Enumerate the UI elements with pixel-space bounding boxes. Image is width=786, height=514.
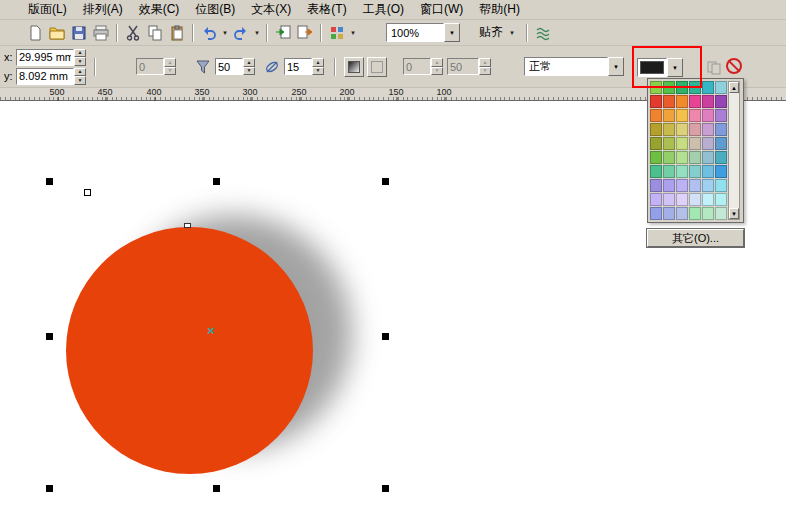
snap-button[interactable]: 贴齐 ▼ bbox=[474, 23, 522, 43]
paste-button[interactable] bbox=[166, 22, 188, 44]
color-swatch[interactable] bbox=[702, 81, 714, 94]
menu-help[interactable]: 帮助(H) bbox=[471, 0, 528, 20]
color-swatch[interactable] bbox=[676, 179, 688, 192]
color-swatch[interactable] bbox=[702, 165, 714, 178]
menu-text[interactable]: 文本(X) bbox=[243, 0, 299, 20]
menu-effects[interactable]: 效果(C) bbox=[131, 0, 188, 20]
menu-bitmaps[interactable]: 位图(B) bbox=[187, 0, 243, 20]
selection-handle[interactable] bbox=[382, 485, 389, 492]
color-swatch[interactable] bbox=[650, 81, 662, 94]
color-swatch[interactable] bbox=[702, 109, 714, 122]
selection-center-marker[interactable]: × bbox=[207, 324, 215, 337]
color-swatch[interactable] bbox=[689, 81, 701, 94]
selection-handle[interactable] bbox=[46, 333, 53, 340]
color-swatch[interactable] bbox=[715, 137, 727, 150]
color-swatch[interactable] bbox=[689, 179, 701, 192]
color-swatch[interactable] bbox=[689, 193, 701, 206]
color-swatch[interactable] bbox=[650, 179, 662, 192]
selected-object-circle[interactable] bbox=[66, 227, 313, 474]
selection-handle[interactable] bbox=[46, 485, 53, 492]
selection-handle[interactable] bbox=[213, 178, 220, 185]
shadow-color-swatch-button[interactable] bbox=[637, 58, 667, 77]
selection-handle[interactable] bbox=[46, 178, 53, 185]
y-spin-up-icon[interactable]: ▲ bbox=[74, 68, 86, 77]
y-spin-down-icon[interactable]: ▼ bbox=[74, 76, 86, 85]
color-swatch[interactable] bbox=[689, 109, 701, 122]
feather-spin-up-icon[interactable]: ▲ bbox=[312, 58, 324, 67]
color-swatch[interactable] bbox=[663, 95, 675, 108]
undo-button[interactable] bbox=[198, 22, 220, 44]
x-offset-input[interactable] bbox=[16, 49, 74, 66]
feather-spin-down-icon[interactable]: ▼ bbox=[312, 67, 324, 76]
feather-direction-button[interactable] bbox=[344, 57, 364, 77]
scroll-up-icon[interactable]: ▲ bbox=[729, 82, 739, 93]
color-swatch[interactable] bbox=[702, 179, 714, 192]
color-swatch[interactable] bbox=[676, 165, 688, 178]
save-button[interactable] bbox=[68, 22, 90, 44]
undo-dropdown-arrow-icon[interactable]: ▼ bbox=[220, 30, 230, 36]
other-colors-button[interactable]: 其它(O)... bbox=[647, 229, 744, 247]
color-swatch[interactable] bbox=[663, 193, 675, 206]
color-swatch[interactable] bbox=[715, 165, 727, 178]
menu-tools[interactable]: 工具(O) bbox=[355, 0, 412, 20]
color-swatch[interactable] bbox=[676, 109, 688, 122]
color-swatch[interactable] bbox=[676, 193, 688, 206]
x-spin-up-icon[interactable]: ▲ bbox=[74, 49, 86, 58]
clear-shadow-button[interactable] bbox=[726, 58, 744, 76]
x-spin-down-icon[interactable]: ▼ bbox=[74, 57, 86, 66]
color-swatch[interactable] bbox=[689, 137, 701, 150]
color-swatch[interactable] bbox=[689, 151, 701, 164]
zoom-value[interactable]: 100% bbox=[386, 23, 444, 42]
color-swatch[interactable] bbox=[663, 109, 675, 122]
color-swatch[interactable] bbox=[676, 81, 688, 94]
color-swatch[interactable] bbox=[663, 207, 675, 220]
color-swatch[interactable] bbox=[715, 207, 727, 220]
color-swatch[interactable] bbox=[702, 151, 714, 164]
color-swatch[interactable] bbox=[715, 179, 727, 192]
color-swatch[interactable] bbox=[715, 81, 727, 94]
color-swatch[interactable] bbox=[650, 137, 662, 150]
color-swatch[interactable] bbox=[689, 207, 701, 220]
new-button[interactable] bbox=[24, 22, 46, 44]
color-swatch[interactable] bbox=[650, 123, 662, 136]
opacity-spin-down-icon[interactable]: ▼ bbox=[243, 67, 255, 76]
opacity-spin-up-icon[interactable]: ▲ bbox=[243, 58, 255, 67]
menu-table[interactable]: 表格(T) bbox=[299, 0, 354, 20]
color-swatch[interactable] bbox=[702, 95, 714, 108]
color-swatch[interactable] bbox=[702, 207, 714, 220]
blend-dropdown-arrow-icon[interactable]: ▼ bbox=[608, 57, 624, 76]
scroll-down-icon[interactable]: ▼ bbox=[729, 208, 739, 219]
feather-edge-button[interactable] bbox=[367, 57, 387, 77]
shadow-opacity-input[interactable] bbox=[215, 58, 243, 75]
zoom-combo[interactable]: 100% ▼ bbox=[386, 23, 460, 42]
color-swatch[interactable] bbox=[676, 123, 688, 136]
color-swatch[interactable] bbox=[715, 95, 727, 108]
color-swatch[interactable] bbox=[715, 151, 727, 164]
import-button[interactable] bbox=[272, 22, 294, 44]
color-swatch[interactable] bbox=[663, 151, 675, 164]
selection-handle[interactable] bbox=[213, 485, 220, 492]
color-swatch[interactable] bbox=[702, 123, 714, 136]
color-swatch[interactable] bbox=[650, 151, 662, 164]
scroll-track[interactable] bbox=[729, 93, 739, 208]
menu-arrange[interactable]: 排列(A) bbox=[75, 0, 131, 20]
color-swatch[interactable] bbox=[715, 109, 727, 122]
color-swatch[interactable] bbox=[715, 123, 727, 136]
shadow-color-dropdown-arrow-icon[interactable]: ▼ bbox=[667, 58, 683, 77]
redo-dropdown-arrow-icon[interactable]: ▼ bbox=[252, 30, 262, 36]
color-swatch[interactable] bbox=[663, 123, 675, 136]
color-swatch[interactable] bbox=[689, 123, 701, 136]
palette-scrollbar[interactable]: ▲ ▼ bbox=[728, 81, 740, 220]
color-swatch[interactable] bbox=[689, 95, 701, 108]
menu-window[interactable]: 窗口(W) bbox=[412, 0, 471, 20]
color-swatch[interactable] bbox=[650, 109, 662, 122]
color-swatch[interactable] bbox=[702, 137, 714, 150]
print-button[interactable] bbox=[90, 22, 112, 44]
application-launcher-button[interactable] bbox=[326, 22, 348, 44]
export-button[interactable] bbox=[294, 22, 316, 44]
selection-handle[interactable] bbox=[382, 178, 389, 185]
color-swatch[interactable] bbox=[676, 95, 688, 108]
y-offset-input[interactable] bbox=[16, 68, 74, 85]
color-swatch[interactable] bbox=[676, 137, 688, 150]
cut-button[interactable] bbox=[122, 22, 144, 44]
